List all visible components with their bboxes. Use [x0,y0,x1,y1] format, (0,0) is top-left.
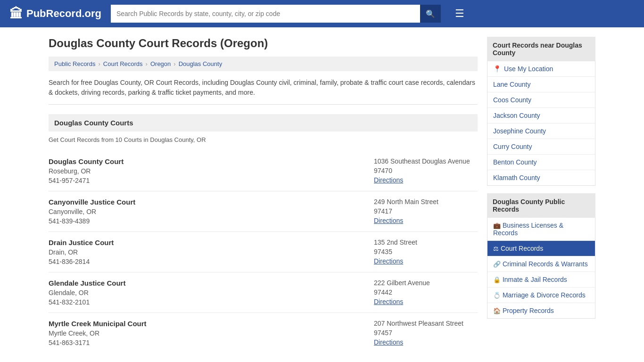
logo-link[interactable]: 🏛 PubRecord.org [9,6,101,22]
page-title: Douglas County Court Records (Oregon) [49,37,478,50]
sidebar-item-jackson[interactable]: Jackson County [487,108,595,123]
court-right-1: 249 North Main Street 97417 Directions [374,198,478,225]
sidebar-item-court-records[interactable]: ⚖ Court Records [487,241,595,256]
breadcrumb-douglas-county[interactable]: Douglas County [179,60,223,67]
marriage-icon: 💍 [493,292,501,299]
court-icon: ⚖ [493,245,499,252]
logo-icon: 🏛 [9,6,23,22]
court-entry: Drain Justice Court Drain, OR 541-836-28… [49,232,478,272]
search-button[interactable]: 🔍 [420,5,441,23]
court-name-2: Drain Justice Court [49,239,114,247]
sidebar-item-criminal[interactable]: 🔗 Criminal Records & Warrants [487,256,595,272]
breadcrumb-sep-2: › [146,60,148,67]
breadcrumb-public-records[interactable]: Public Records [54,60,95,67]
criminal-icon: 🔗 [493,261,501,268]
sidebar-item-coos[interactable]: Coos County [487,92,595,108]
court-left-1: Canyonville Justice Court Canyonville, O… [49,198,135,225]
sidebar-item-marriage[interactable]: 💍 Marriage & Divorce Records [487,288,595,303]
directions-link-2[interactable]: Directions [374,257,403,265]
court-city-3: Glendale, OR [49,289,125,296]
court-left-2: Drain Justice Court Drain, OR 541-836-28… [49,239,114,265]
court-phone-2: 541-836-2814 [49,258,114,265]
courts-list: Douglas County Court Roseburg, OR 541-95… [49,151,478,353]
section-title: Douglas County Courts [54,119,133,127]
court-name-3: Glendale Justice Court [49,279,125,287]
court-city-2: Drain, OR [49,248,114,256]
court-name-4: Myrtle Creek Municipal Court [49,320,147,328]
court-name-1: Canyonville Justice Court [49,198,135,206]
sidebar-item-inmate[interactable]: 🔒 Inmate & Jail Records [487,272,595,288]
court-left-4: Myrtle Creek Municipal Court Myrtle Cree… [49,320,147,346]
directions-link-0[interactable]: Directions [374,176,403,184]
court-address-1: 249 North Main Street [374,198,478,206]
directions-link-4[interactable]: Directions [374,338,403,346]
search-area: 🔍 [111,5,441,23]
logo-text: PubRecord.org [26,8,101,20]
sidebar: Court Records near Douglas County 📍 Use … [487,37,595,353]
court-address-3: 222 Gilbert Avenue [374,279,478,287]
court-entry: Glendale Justice Court Glendale, OR 541-… [49,272,478,313]
court-phone-0: 541-957-2471 [49,177,124,184]
court-phone-1: 541-839-4389 [49,217,135,225]
court-city-1: Canyonville, OR [49,208,135,215]
court-zip-3: 97442 [374,288,478,296]
breadcrumb-oregon[interactable]: Oregon [150,60,171,67]
sidebar-item-klamath[interactable]: Klamath County [487,170,595,185]
court-zip-1: 97417 [374,207,478,215]
directions-link-3[interactable]: Directions [374,298,403,305]
sidebar-item-lane[interactable]: Lane County [487,77,595,92]
sidebar-item-benton[interactable]: Benton County [487,155,595,170]
sidebar-nearby-list: 📍 Use My Location Lane County Coos Count… [487,61,595,186]
inmate-icon: 🔒 [493,276,501,283]
business-icon: 💼 [493,222,501,229]
court-entry: Canyonville Justice Court Canyonville, O… [49,191,478,232]
menu-icon: ☰ [455,8,464,19]
court-city-4: Myrtle Creek, OR [49,329,147,337]
search-input[interactable] [111,5,420,23]
sidebar-item-josephine[interactable]: Josephine County [487,123,595,139]
court-right-3: 222 Gilbert Avenue 97442 Directions [374,279,478,306]
court-phone-4: 541-863-3171 [49,339,147,346]
court-address-4: 207 Northwest Pleasant Street [374,320,478,327]
directions-link-1[interactable]: Directions [374,217,403,224]
court-entry: Douglas County Court Roseburg, OR 541-95… [49,151,478,191]
sidebar-item-curry[interactable]: Curry County [487,139,595,155]
section-subtext: Get Court Records from 10 Courts in Doug… [49,136,478,143]
court-left-0: Douglas County Court Roseburg, OR 541-95… [49,157,124,184]
sidebar-public-records-title: Douglas County Public Records [487,193,595,218]
court-entry: Myrtle Creek Municipal Court Myrtle Cree… [49,313,478,353]
court-zip-4: 97457 [374,329,478,337]
court-address-2: 135 2nd Street [374,239,478,246]
court-address-0: 1036 Southeast Douglas Avenue [374,157,478,165]
sidebar-item-business[interactable]: 💼 Business Licenses & Records [487,218,595,241]
sidebar-nearby-title: Court Records near Douglas County [487,37,595,61]
sidebar-public-records-list: 💼 Business Licenses & Records ⚖ Court Re… [487,218,595,319]
content-area: Douglas County Court Records (Oregon) Pu… [49,37,478,353]
court-right-4: 207 Northwest Pleasant Street 97457 Dire… [374,320,478,346]
menu-button[interactable]: ☰ [455,8,464,20]
sidebar-item-property[interactable]: 🏠 Property Records [487,303,595,318]
search-icon: 🔍 [426,10,435,18]
section-header: Douglas County Courts [49,114,478,132]
court-phone-3: 541-832-2101 [49,298,125,306]
location-icon: 📍 [493,65,501,73]
use-location-label: Use My Location [504,65,553,73]
description-text: Search for free Douglas County, OR Court… [49,78,478,105]
court-right-2: 135 2nd Street 97435 Directions [374,239,478,265]
sidebar-use-location[interactable]: 📍 Use My Location [487,61,595,77]
court-city-0: Roseburg, OR [49,167,124,175]
court-right-0: 1036 Southeast Douglas Avenue 97470 Dire… [374,157,478,184]
header: 🏛 PubRecord.org 🔍 ☰ [0,0,644,27]
breadcrumb-sep-3: › [173,60,175,67]
breadcrumb-sep-1: › [98,60,100,67]
court-name-0: Douglas County Court [49,157,124,165]
property-icon: 🏠 [493,307,501,314]
breadcrumb-court-records[interactable]: Court Records [103,60,143,67]
main-container: Douglas County Court Records (Oregon) Pu… [39,27,605,362]
court-left-3: Glendale Justice Court Glendale, OR 541-… [49,279,125,306]
court-zip-2: 97435 [374,248,478,255]
breadcrumb: Public Records › Court Records › Oregon … [49,57,478,71]
court-zip-0: 97470 [374,167,478,174]
